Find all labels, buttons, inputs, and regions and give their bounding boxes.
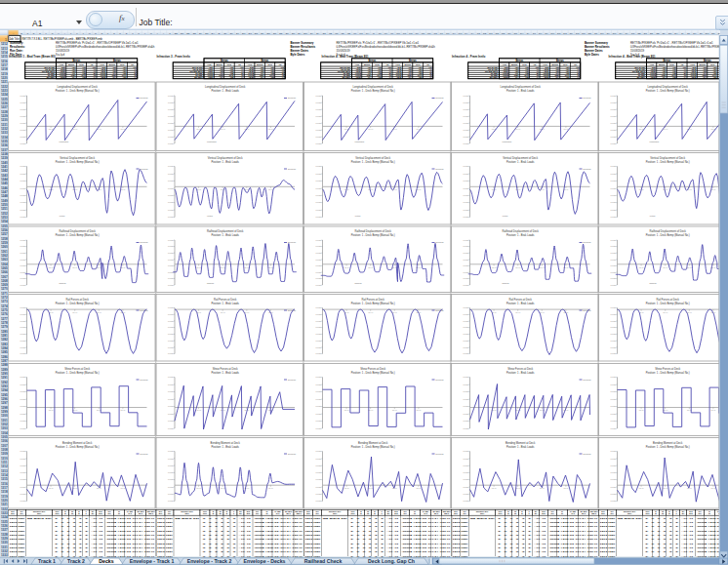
svg-text:DC: DC	[489, 32, 493, 34]
svg-text:DQ: DQ	[576, 32, 580, 34]
svg-text:Position: 1 - Brak Loads: Position: 1 - Brak Loads	[506, 371, 535, 375]
svg-text:ED: ED	[650, 32, 654, 34]
svg-text:BJ: BJ	[224, 32, 227, 34]
svg-text:1283: 1283	[1, 343, 8, 346]
svg-text:1240: 1240	[1, 161, 8, 165]
svg-text:1323: 1323	[1, 511, 8, 515]
svg-text:BS: BS	[279, 32, 283, 34]
svg-text:CK: CK	[384, 32, 388, 34]
svg-text:1333: 1333	[1, 553, 8, 557]
svg-text:BY: BY	[316, 32, 320, 34]
svg-text:DR: DR	[582, 32, 586, 34]
svg-text:Position: 1 - Deck Bemp (Manu: Position: 1 - Deck Bemp (Manual No.)	[351, 233, 395, 237]
svg-text:EB: EB	[637, 32, 641, 34]
svg-text:CD: CD	[341, 32, 344, 34]
svg-text:BR: BR	[273, 32, 277, 34]
svg-text:1327: 1327	[1, 528, 8, 532]
svg-text:Position: 1 - Brak Loads: Position: 1 - Brak Loads	[506, 233, 535, 237]
svg-text:Position: 1 - Deck Bemp (Manu: Position: 1 - Deck Bemp (Manual No.)	[646, 445, 690, 449]
svg-text:1297: 1297	[1, 401, 8, 405]
svg-text:1276: 1276	[1, 312, 8, 316]
svg-text:1250: 1250	[1, 203, 8, 207]
svg-text:DY: DY	[626, 32, 629, 34]
svg-text:Position: 1 - Deck Bemp (Manu: Position: 1 - Deck Bemp (Manual No.)	[56, 160, 100, 164]
svg-text:Position: 1 - Brak Loads: Position: 1 - Brak Loads	[211, 371, 239, 375]
svg-text:1270: 1270	[1, 287, 8, 291]
svg-text:Position: 1 - Brak Loads: Position: 1 - Brak Loads	[211, 160, 239, 164]
svg-text:Position: 1 - Brak Loads: Position: 1 - Brak Loads	[211, 302, 239, 305]
svg-text:BK: BK	[230, 32, 234, 34]
svg-text:Infraction 4 - Fram Innfo: Infraction 4 - Fram Innfo	[452, 55, 486, 59]
svg-text:Position: 1 - Brak Loads: Position: 1 - Brak Loads	[506, 160, 535, 164]
svg-text:DM: DM	[551, 32, 555, 34]
svg-text:CH: CH	[366, 32, 370, 34]
svg-text:Position: 1 - Deck Bemp (Manu: Position: 1 - Deck Bemp (Manual No.)	[56, 89, 100, 93]
svg-text:DP: DP	[570, 32, 574, 34]
svg-text:BO: BO	[255, 32, 259, 34]
svg-text:EE: EE	[656, 32, 660, 34]
svg-text:Decks: Decks	[99, 558, 113, 564]
svg-text:CJ: CJ	[379, 32, 382, 34]
svg-text:DB: DB	[483, 32, 487, 34]
svg-text:Position: 1 - Brak Loads: Position: 1 - Brak Loads	[211, 89, 239, 93]
svg-text:CO: CO	[409, 32, 413, 34]
svg-text:1256: 1256	[1, 228, 8, 232]
svg-text:DJ: DJ	[533, 32, 536, 34]
svg-text:1287: 1287	[1, 359, 8, 363]
svg-text:G: G	[52, 32, 54, 34]
svg-text:1290: 1290	[1, 372, 8, 376]
svg-text:Railhead Check: Railhead Check	[304, 558, 343, 564]
svg-text:CC: CC	[335, 32, 339, 34]
svg-text:BP: BP	[261, 32, 264, 34]
svg-text:DU: DU	[600, 32, 604, 34]
svg-text:1330: 1330	[1, 541, 8, 545]
svg-text:DN: DN	[557, 32, 561, 34]
svg-text:1230: 1230	[1, 118, 8, 122]
svg-text:CR: CR	[427, 32, 431, 34]
svg-text:1310: 1310	[1, 457, 8, 461]
svg-text:DX: DX	[619, 32, 623, 34]
svg-text:BG: BG	[205, 32, 209, 34]
svg-text:Track 2: Track 2	[67, 558, 85, 564]
svg-text:CU: CU	[446, 32, 450, 34]
svg-text:CE: CE	[347, 32, 351, 34]
svg-text:Position: 1 - Brak Loads: Position: 1 - Brak Loads	[211, 233, 239, 237]
svg-text:EH: EH	[674, 32, 678, 34]
svg-text:Position: 1 - Deck Bemp (Manu: Position: 1 - Deck Bemp (Manual No.)	[646, 89, 690, 93]
svg-text:Position: 1 - Deck Bemp (Manu: Position: 1 - Deck Bemp (Manual No.)	[56, 445, 100, 449]
svg-text:Position: 1 - Brak Loads: Position: 1 - Brak Loads	[506, 445, 535, 449]
svg-text:CV: CV	[452, 32, 456, 34]
svg-text:Deck Long. Gap Ch: Deck Long. Gap Ch	[368, 558, 415, 564]
svg-text:J: J	[70, 32, 71, 34]
svg-text:Infraction 1 - Bad Tram (Beam: Infraction 1 - Bad Tram (Beam 80)	[9, 55, 56, 59]
svg-text:BV: BV	[298, 32, 302, 34]
svg-text:DI: DI	[527, 32, 530, 34]
svg-text:1233: 1233	[1, 131, 8, 135]
svg-text:1300: 1300	[1, 414, 8, 418]
svg-text:CG: CG	[359, 32, 363, 34]
svg-text:EJ: EJ	[687, 32, 690, 34]
svg-text:Position: 1 - Deck Bemp (Manu: Position: 1 - Deck Bemp (Manual No.)	[56, 371, 100, 375]
svg-text:Position: 1 - Deck Bemp (Manu: Position: 1 - Deck Bemp (Manual No.)	[351, 302, 395, 305]
svg-text:Envelope - Decks: Envelope - Decks	[244, 558, 286, 564]
svg-text:BD: BD	[186, 32, 190, 34]
svg-text:1246: 1246	[1, 186, 8, 190]
svg-text:1280: 1280	[1, 330, 8, 334]
svg-text:BE: BE	[193, 32, 197, 34]
svg-text:1263: 1263	[1, 258, 8, 262]
svg-text:DO: DO	[563, 32, 567, 34]
svg-text:DG: DG	[514, 32, 518, 34]
svg-text:CQ: CQ	[422, 32, 425, 34]
svg-text:EK: EK	[693, 32, 697, 34]
svg-text:EM: EM	[706, 32, 709, 34]
svg-text:Envelope - Track 2: Envelope - Track 2	[187, 558, 232, 564]
svg-text:1253: 1253	[1, 216, 8, 220]
svg-text:1216: 1216	[1, 60, 8, 63]
svg-text:1313: 1313	[1, 469, 8, 473]
svg-text:Infraction 3 - Fram Innfo: Infraction 3 - Fram Innfo	[157, 55, 191, 59]
svg-text:Position: 1 - Deck Bemp (Manu: Position: 1 - Deck Bemp (Manual No.)	[646, 233, 690, 237]
svg-text:1213: 1213	[1, 47, 8, 51]
svg-text:1273: 1273	[1, 300, 8, 303]
svg-text:1293: 1293	[1, 384, 8, 388]
svg-text:Track 1: Track 1	[38, 558, 56, 564]
